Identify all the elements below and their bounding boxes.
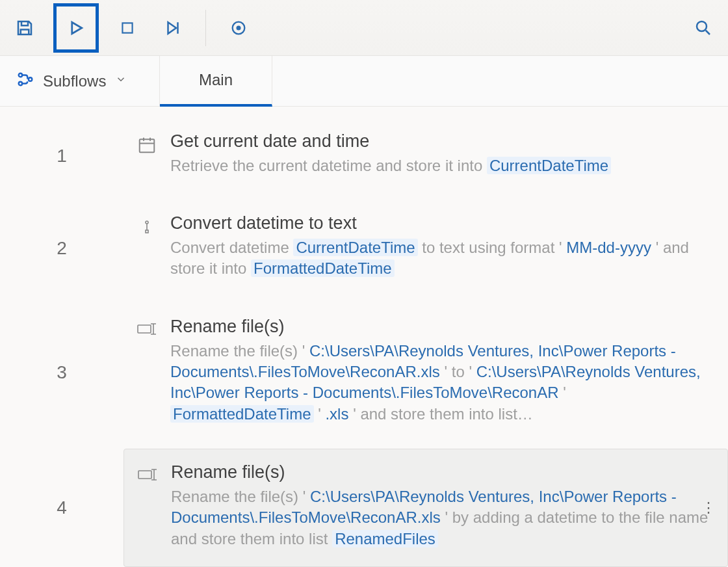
variable-token: FormattedDateTime [251, 259, 395, 277]
more-options-button[interactable]: ⋮ [701, 503, 716, 512]
flow-canvas: 1 Get current date and time Retrieve the… [0, 107, 728, 567]
svg-rect-11 [138, 471, 151, 479]
step-title: Rename file(s) [170, 317, 711, 337]
save-button[interactable] [8, 11, 42, 45]
variable-token: RenamedFiles [332, 530, 438, 547]
svg-point-4 [19, 73, 22, 76]
tab-main[interactable]: Main [160, 56, 272, 107]
rename-file-icon [136, 462, 159, 483]
step-description: Rename the file(s) ' C:\Users\PA\Reynold… [170, 341, 711, 425]
subflows-dropdown[interactable]: Subflows [0, 56, 160, 106]
step-number: 1 [0, 118, 124, 193]
record-button[interactable] [222, 11, 255, 45]
variable-token: CurrentDateTime [487, 157, 611, 174]
svg-point-5 [19, 81, 22, 85]
subflows-label: Subflows [43, 72, 106, 90]
flow-step[interactable]: 3 Rename file(s) Rename the file(s) ' C:… [0, 304, 728, 442]
run-button[interactable] [53, 3, 99, 53]
svg-point-6 [29, 77, 32, 81]
step-title: Convert datetime to text [170, 213, 711, 233]
literal-token: .xls [325, 405, 348, 423]
toolbar-separator [205, 10, 206, 46]
svg-point-8 [146, 221, 148, 224]
literal-token: MM-dd-yyyy [566, 239, 651, 256]
flow-step[interactable]: 1 Get current date and time Retrieve the… [0, 118, 728, 193]
flow-step[interactable]: 2 Convert datetime to text Convert datet… [0, 200, 728, 297]
step-title: Rename file(s) [171, 462, 710, 482]
step-title: Get current date and time [170, 131, 711, 152]
svg-rect-10 [138, 325, 151, 333]
variable-token: FormattedDateTime [170, 405, 314, 423]
svg-rect-7 [140, 139, 155, 152]
step-number: 3 [0, 304, 124, 442]
step-description: Rename the file(s) ' C:\Users\PA\Reynold… [171, 486, 710, 549]
rename-file-icon [135, 317, 159, 337]
step-description: Retrieve the current datetime and store … [170, 155, 711, 176]
tab-main-label: Main [199, 71, 233, 89]
step-description: Convert datetime CurrentDateTime to text… [170, 237, 711, 280]
calendar-icon [135, 131, 159, 155]
step-number: 4 [0, 449, 124, 567]
svg-point-3 [697, 21, 707, 31]
search-button[interactable] [686, 11, 720, 45]
toolbar [0, 0, 728, 56]
svg-point-2 [237, 25, 241, 30]
subflows-icon [17, 71, 34, 92]
convert-icon [135, 213, 159, 237]
svg-rect-9 [146, 230, 148, 233]
stop-button[interactable] [110, 11, 144, 45]
tab-bar: Subflows Main [0, 56, 728, 107]
variable-token: CurrentDateTime [293, 239, 417, 256]
svg-rect-0 [122, 23, 132, 33]
chevron-down-icon [115, 73, 127, 88]
step-number: 2 [0, 200, 124, 297]
flow-step[interactable]: 4 Rename file(s) Rename the file(s) ' C:… [0, 449, 728, 567]
run-next-button[interactable] [156, 11, 190, 45]
